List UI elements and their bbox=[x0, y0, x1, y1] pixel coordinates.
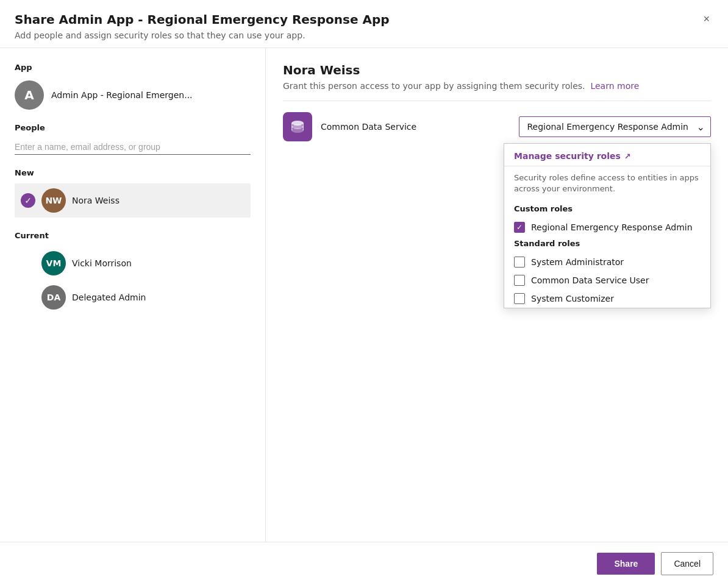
right-description: Grant this person access to your app by … bbox=[283, 81, 711, 91]
dialog-body: App A Admin App - Regional Emergen... Pe… bbox=[0, 48, 728, 542]
svg-rect-4 bbox=[303, 123, 304, 130]
cds-icon-svg bbox=[289, 118, 306, 135]
standard-roles-label: Standard roles bbox=[504, 236, 710, 253]
standard-role-item[interactable]: System Administrator bbox=[504, 253, 710, 271]
people-search-input[interactable] bbox=[15, 140, 251, 155]
custom-roles-label: Custom roles bbox=[504, 202, 710, 218]
external-link-icon: ↗ bbox=[624, 152, 631, 161]
role-name: Common Data Service User bbox=[531, 275, 649, 285]
dialog-footer: Share Cancel bbox=[0, 542, 728, 585]
dropdown-description: Security roles define access to entities… bbox=[504, 172, 710, 202]
manage-security-roles-label: Manage security roles bbox=[514, 151, 621, 161]
svg-point-2 bbox=[291, 121, 304, 126]
standard-role-item[interactable]: Common Data Service User bbox=[504, 271, 710, 289]
role-dropdown-wrapper[interactable]: Regional Emergency Response Admin Manage… bbox=[519, 116, 711, 137]
manage-security-roles-link[interactable]: Manage security roles ↗ bbox=[504, 144, 710, 166]
dropdown-panel: Manage security roles ↗ Security roles d… bbox=[504, 143, 711, 308]
selected-check-icon: ✓ bbox=[21, 193, 35, 208]
role-dropdown-value: Regional Emergency Response Admin bbox=[527, 122, 688, 132]
role-dropdown[interactable]: Regional Emergency Response Admin bbox=[519, 116, 711, 137]
app-avatar: A bbox=[15, 80, 44, 110]
current-people-list: VM Vicki Morrison DA Delegated Admin bbox=[15, 246, 251, 314]
person-avatar: VM bbox=[41, 251, 66, 275]
dialog-header: Share Admin App - Regional Emergency Res… bbox=[0, 0, 728, 48]
share-button[interactable]: Share bbox=[597, 553, 655, 575]
role-name: Regional Emergency Response Admin bbox=[531, 222, 693, 232]
dialog-title-row: Share Admin App - Regional Emergency Res… bbox=[15, 12, 713, 27]
person-avatar: DA bbox=[41, 285, 66, 310]
cancel-button[interactable]: Cancel bbox=[661, 552, 713, 575]
service-name: Common Data Service bbox=[321, 122, 510, 132]
app-avatar-letter: A bbox=[24, 88, 34, 102]
person-name: Nora Weiss bbox=[72, 196, 120, 205]
right-person-name: Nora Weiss bbox=[283, 63, 711, 77]
custom-roles-list: Regional Emergency Response Admin bbox=[504, 218, 710, 236]
app-item: A Admin App - Regional Emergen... bbox=[15, 80, 251, 110]
role-checkbox[interactable] bbox=[514, 275, 525, 286]
service-row: Common Data Service Regional Emergency R… bbox=[283, 112, 711, 141]
person-avatar: NW bbox=[41, 188, 66, 213]
app-section-label: App bbox=[15, 63, 251, 72]
people-section-label: People bbox=[15, 123, 251, 132]
app-name: Admin App - Regional Emergen... bbox=[51, 90, 193, 100]
standard-role-item[interactable]: System Customizer bbox=[504, 289, 710, 308]
right-description-text: Grant this person access to your app by … bbox=[283, 81, 585, 91]
role-checkbox[interactable] bbox=[514, 257, 525, 268]
new-people-list: ✓ NW Nora Weiss bbox=[15, 183, 251, 218]
share-dialog: Share Admin App - Regional Emergency Res… bbox=[0, 0, 728, 585]
role-name: System Administrator bbox=[531, 257, 624, 267]
role-checkbox[interactable] bbox=[514, 293, 525, 304]
standard-roles-list: System Administrator Common Data Service… bbox=[504, 253, 710, 308]
dialog-title-text: Share Admin App - Regional Emergency Res… bbox=[15, 12, 390, 27]
dropdown-divider bbox=[504, 166, 710, 166]
person-name: Vicki Morrison bbox=[72, 258, 132, 268]
right-panel: Nora Weiss Grant this person access to y… bbox=[266, 48, 728, 542]
current-person-row[interactable]: DA Delegated Admin bbox=[15, 280, 251, 314]
learn-more-link[interactable]: Learn more bbox=[590, 81, 639, 91]
left-panel: App A Admin App - Regional Emergen... Pe… bbox=[0, 48, 266, 542]
current-section-label: Current bbox=[15, 231, 251, 240]
right-divider bbox=[283, 101, 711, 101]
cds-service-icon bbox=[283, 112, 312, 141]
role-name: System Customizer bbox=[531, 294, 614, 303]
dialog-subtitle: Add people and assign security roles so … bbox=[15, 30, 713, 40]
person-name: Delegated Admin bbox=[72, 292, 146, 302]
close-button[interactable]: × bbox=[699, 12, 713, 26]
custom-role-item[interactable]: Regional Emergency Response Admin bbox=[504, 218, 710, 236]
role-checkbox[interactable] bbox=[514, 222, 525, 233]
svg-rect-3 bbox=[291, 123, 293, 130]
new-person-row[interactable]: ✓ NW Nora Weiss bbox=[15, 183, 251, 218]
new-section-label: New bbox=[15, 168, 251, 177]
current-person-row[interactable]: VM Vicki Morrison bbox=[15, 246, 251, 280]
